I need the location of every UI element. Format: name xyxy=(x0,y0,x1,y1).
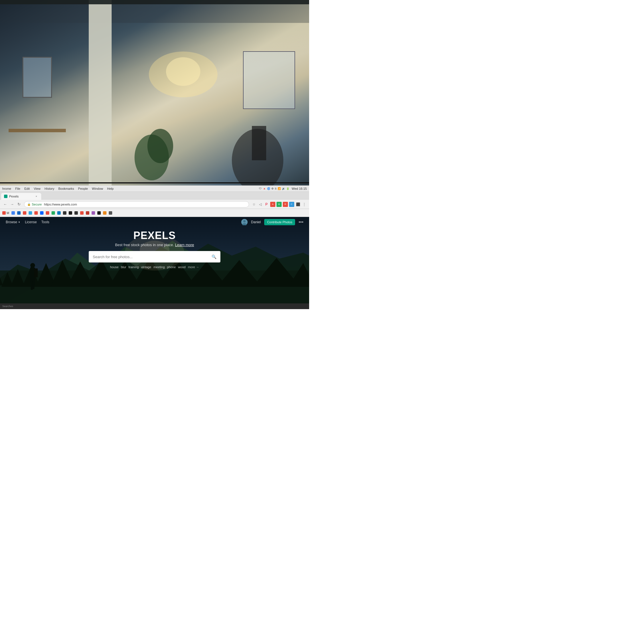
bookmark-item-google[interactable] xyxy=(11,211,15,215)
address-bar: ← → ↻ 🔒 Secure https://www.pexels.com ☆ … xyxy=(0,200,309,209)
bookmark-item-adobe2[interactable] xyxy=(86,211,89,215)
nav-browse[interactable]: Browse ▼ xyxy=(6,220,20,224)
ext-icon-2[interactable]: B xyxy=(276,202,282,207)
search-icon: 🔍 xyxy=(212,254,216,259)
menu-item-people[interactable]: People xyxy=(78,187,88,190)
bookmark-favicon-trello xyxy=(57,211,61,215)
menu-item-history[interactable]: History xyxy=(45,187,54,190)
menu-bar: hrome File Edit View History Bookmarks P… xyxy=(0,185,309,192)
secure-icon: 🔒 xyxy=(27,203,31,206)
url-bar[interactable]: 🔒 Secure https://www.pexels.com xyxy=(24,201,249,208)
search-container: 🔍 xyxy=(89,251,220,262)
bookmark-item-font[interactable] xyxy=(92,211,95,215)
forward-button[interactable]: → xyxy=(9,202,15,207)
suggestion-training[interactable]: training xyxy=(129,265,139,269)
menu-bar-app: hrome xyxy=(2,187,11,190)
bookmark-item-youtube[interactable] xyxy=(46,211,49,215)
search-suggestions: house blur training vintage meeting phon… xyxy=(110,265,199,269)
contribute-photos-button[interactable]: Contribute Photos xyxy=(264,219,295,225)
bookmark-favicon-adobe xyxy=(80,211,84,215)
bookmark-favicon-m1 xyxy=(97,211,101,215)
menu-item-bookmarks[interactable]: Bookmarks xyxy=(58,187,74,190)
bookmark-item-telegram[interactable] xyxy=(29,211,32,215)
hero-section: PEXELS Best free stock photos in one pla… xyxy=(0,227,309,269)
user-avatar xyxy=(241,219,248,225)
bookmark-favicon-medium3 xyxy=(74,211,78,215)
suggestion-house[interactable]: house xyxy=(110,265,118,269)
bookmark-item-todoist[interactable] xyxy=(23,211,26,215)
bookmark-item-m1[interactable] xyxy=(97,211,101,215)
more-ext-icon[interactable]: ⋮ xyxy=(302,202,307,207)
more-options-button[interactable]: ••• xyxy=(299,220,303,225)
bookmark-star-icon[interactable]: ☆ xyxy=(251,202,256,207)
bookmark-item-medium3[interactable] xyxy=(74,211,78,215)
nav-left: Browse ▼ License Tools xyxy=(6,220,49,224)
ext-icon-5[interactable]: ⬛ xyxy=(295,202,301,207)
svg-point-42 xyxy=(243,220,246,222)
ext-icon-4[interactable]: C xyxy=(289,202,294,207)
hero-subtitle: Best free stock photos in one place. Lea… xyxy=(115,243,194,247)
svg-rect-12 xyxy=(9,129,66,132)
nav-license[interactable]: License xyxy=(25,220,37,224)
bookmark-item-last[interactable] xyxy=(109,211,112,215)
bookmark-favicon-medium2 xyxy=(69,211,72,215)
menu-item-help[interactable]: Help xyxy=(107,187,114,190)
address-bar-icons: ☆ ◁ P A B R C ⬛ ⋮ xyxy=(251,202,307,207)
back-button[interactable]: ← xyxy=(2,202,8,207)
bookmark-item-acrobat[interactable] xyxy=(34,211,38,215)
ext-icon-3[interactable]: R xyxy=(283,202,288,207)
tab-favicon xyxy=(4,195,7,198)
menu-item-view[interactable]: View xyxy=(34,187,41,190)
bookmark-favicon-medium xyxy=(63,211,66,215)
clock: Wed 16:15 xyxy=(292,187,307,190)
bookmark-item-adobe[interactable] xyxy=(80,211,84,215)
bookmark-item-medium2[interactable] xyxy=(69,211,72,215)
bookmark-favicon-todoist xyxy=(23,211,26,215)
search-input[interactable] xyxy=(93,255,209,259)
bookmark-item-trello[interactable] xyxy=(57,211,61,215)
svg-rect-3 xyxy=(0,0,309,4)
ext-icon-1[interactable]: A xyxy=(270,202,275,207)
user-name-label: Daniel xyxy=(251,220,261,224)
bookmark-item-calendar[interactable] xyxy=(17,211,21,215)
bookmark-favicon-google xyxy=(11,211,15,215)
bookmark-item-sheets[interactable] xyxy=(52,211,55,215)
menu-item-edit[interactable]: Edit xyxy=(24,187,30,190)
nav-right: Daniel Contribute Photos ••• xyxy=(241,219,303,225)
bookmark-item-gmail[interactable]: M xyxy=(2,211,9,215)
nav-browse-arrow: ▼ xyxy=(18,221,20,224)
bookmark-favicon-last xyxy=(109,211,112,215)
suggestion-phone[interactable]: phone xyxy=(167,265,176,269)
nav-bar: Browse ▼ License Tools D xyxy=(0,217,309,227)
suggestion-vintage[interactable]: vintage xyxy=(141,265,151,269)
menu-bar-right: 🛡🔺🌀⚙S 📶🔊🔋 Wed 16:15 xyxy=(259,187,307,190)
system-icons: 🛡🔺🌀⚙S 📶🔊🔋 xyxy=(259,187,289,190)
nav-browse-label: Browse xyxy=(6,220,17,224)
status-bar: Searches xyxy=(0,303,309,309)
nav-license-label: License xyxy=(25,220,37,224)
reload-button[interactable]: ↻ xyxy=(16,202,22,207)
url-text: https://www.pexels.com xyxy=(44,203,77,206)
bookmark-favicon-sheets xyxy=(52,211,55,215)
bookmark-favicon-youtube xyxy=(46,211,49,215)
bookmark-item-medium[interactable] xyxy=(63,211,66,215)
browser-tab-pexels[interactable]: Pexels × xyxy=(1,193,41,200)
nav-tools[interactable]: Tools xyxy=(41,220,49,224)
tab-title: Pexels xyxy=(9,195,19,198)
tab-close-button[interactable]: × xyxy=(34,194,38,198)
menu-item-window[interactable]: Window xyxy=(92,187,103,190)
suggestion-meeting[interactable]: meeting xyxy=(153,265,165,269)
svg-rect-8 xyxy=(243,52,295,109)
bookmark-item-dropbox[interactable] xyxy=(40,211,44,215)
menu-item-file[interactable]: File xyxy=(15,187,20,190)
bookmark-bar: M xyxy=(0,209,309,217)
bookmark-item-analytics[interactable] xyxy=(103,211,106,215)
tab-bar: Pexels × xyxy=(0,192,309,200)
svg-rect-37 xyxy=(34,268,37,277)
suggestion-wood[interactable]: wood xyxy=(178,265,185,269)
pinterest-icon[interactable]: P xyxy=(264,202,269,207)
suggestion-more[interactable]: more → xyxy=(188,265,199,269)
suggestion-blur[interactable]: blur xyxy=(121,265,126,269)
shield-icon[interactable]: ◁ xyxy=(258,202,263,207)
learn-more-link[interactable]: Learn more xyxy=(175,243,194,247)
